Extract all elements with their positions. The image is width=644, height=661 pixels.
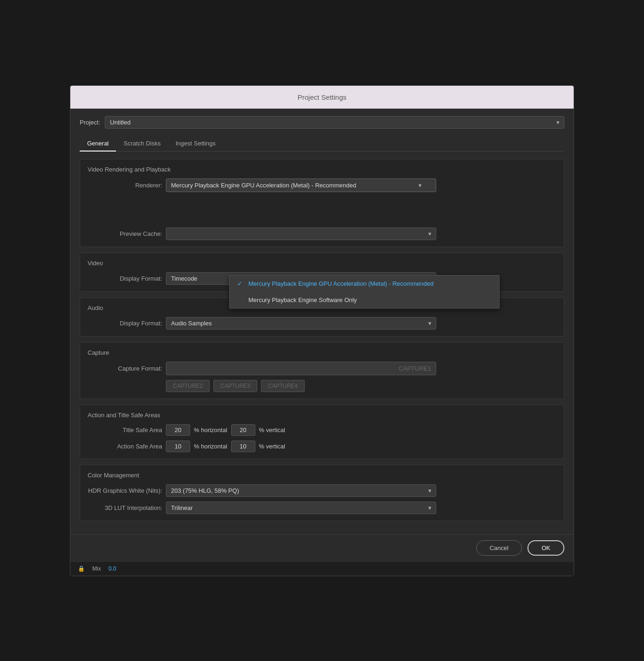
no-checkmark: [237, 296, 245, 303]
audio-display-format-select[interactable]: Audio Samples: [166, 317, 436, 330]
tabs-bar: General Scratch Disks Ingest Settings: [80, 136, 564, 151]
audio-display-format-wrapper[interactable]: Audio Samples: [166, 317, 436, 330]
bottom-bar: 🔒 Mix 0.0: [70, 561, 574, 576]
capture-title: Capture: [88, 349, 556, 356]
capture-section: Capture Capture Format: CAPTURE1 CAPTURE…: [80, 342, 564, 399]
hdr-select[interactable]: 203 (75% HLG, 58% PQ): [166, 484, 436, 497]
video-title: Video: [88, 260, 556, 267]
dropdown-option-software[interactable]: Mercury Playback Engine Software Only: [230, 292, 499, 308]
title-safe-row: Title Safe Area % horizontal % vertical: [88, 424, 556, 436]
action-safe-v-input[interactable]: [231, 441, 255, 452]
percent-vertical-label-2: % vertical: [259, 443, 285, 450]
audio-display-format-row: Display Format: Audio Samples: [88, 317, 556, 330]
color-management-title: Color Management: [88, 472, 556, 479]
dialog-footer: Cancel OK: [70, 534, 574, 561]
capture2-btn[interactable]: CAPTURE2: [166, 380, 210, 392]
color-management-section: Color Management HDR Graphics White (Nit…: [80, 465, 564, 521]
preview-cache-select[interactable]: [166, 227, 436, 240]
safe-areas-section: Action and Title Safe Areas Title Safe A…: [80, 405, 564, 459]
action-safe-label: Action Safe Area: [88, 443, 162, 450]
safe-areas-title: Action and Title Safe Areas: [88, 412, 556, 419]
preview-cache-select-wrapper[interactable]: [166, 227, 436, 240]
renderer-row: Renderer: Mercury Playback Engine GPU Ac…: [88, 179, 556, 192]
tab-scratch-disks[interactable]: Scratch Disks: [116, 136, 168, 151]
percent-horizontal-label-1: % horizontal: [194, 427, 227, 434]
dialog-body: Project: Untitled General Scratch Disks …: [70, 109, 574, 534]
project-row: Project: Untitled: [80, 116, 564, 129]
title-safe-label: Title Safe Area: [88, 427, 162, 434]
percent-horizontal-label-2: % horizontal: [194, 443, 227, 450]
renderer-selected-value: Mercury Playback Engine GPU Acceleration…: [171, 182, 356, 189]
capture-format-label: Capture Format:: [88, 365, 162, 372]
lut-select-wrapper[interactable]: Trilinear: [166, 502, 436, 514]
hdr-select-wrapper[interactable]: 203 (75% HLG, 58% PQ): [166, 484, 436, 497]
preview-cache-label: Preview Cache:: [88, 230, 162, 237]
video-display-format-label: Display Format:: [88, 275, 162, 282]
percent-vertical-label-1: % vertical: [259, 427, 285, 434]
dropdown-option-software-label: Mercury Playback Engine Software Only: [248, 296, 357, 303]
capture1-label: CAPTURE1: [399, 365, 431, 372]
capture-buttons: CAPTURE2 CAPTURE3 CAPTURE4: [166, 380, 556, 392]
action-safe-h-input[interactable]: [166, 441, 190, 452]
ok-button[interactable]: OK: [528, 540, 564, 556]
capture1-btn[interactable]: CAPTURE1: [166, 362, 436, 375]
mix-value: 0.0: [109, 565, 116, 572]
capture-format-row: Capture Format: CAPTURE1: [88, 362, 556, 375]
lock-icon: 🔒: [78, 565, 85, 572]
title-bar: Project Settings: [70, 86, 574, 109]
lut-label: 3D LUT Interpolation:: [88, 504, 162, 511]
tab-general[interactable]: General: [80, 136, 116, 151]
preview-cache-row: Preview Cache:: [88, 227, 556, 240]
cancel-button[interactable]: Cancel: [476, 540, 522, 556]
renderer-dropdown-popup: ✓ Mercury Playback Engine GPU Accelerati…: [229, 275, 500, 309]
title-safe-h-input[interactable]: [166, 424, 190, 436]
tab-ingest-settings[interactable]: Ingest Settings: [168, 136, 223, 151]
renderer-chevron-icon: ▾: [418, 182, 422, 189]
project-settings-dialog: Project Settings Project: Untitled Gener…: [70, 85, 574, 576]
video-rendering-section: Video Rendering and Playback Renderer: M…: [80, 159, 564, 247]
title-safe-v-input[interactable]: [231, 424, 255, 436]
project-select[interactable]: Untitled: [105, 116, 564, 129]
dialog-title: Project Settings: [297, 93, 346, 101]
video-rendering-title: Video Rendering and Playback: [88, 166, 556, 173]
mix-label: Mix: [92, 565, 101, 572]
dropdown-option-gpu[interactable]: ✓ Mercury Playback Engine GPU Accelerati…: [230, 275, 499, 292]
checkmark-icon: ✓: [237, 280, 245, 287]
project-select-wrapper[interactable]: Untitled: [105, 116, 564, 129]
audio-display-format-label: Display Format:: [88, 320, 162, 327]
capture4-btn[interactable]: CAPTURE4: [261, 380, 305, 392]
action-safe-row: Action Safe Area % horizontal % vertical: [88, 441, 556, 452]
lut-row: 3D LUT Interpolation: Trilinear: [88, 502, 556, 514]
project-label: Project:: [80, 119, 100, 126]
hdr-label: HDR Graphics White (Nits):: [88, 487, 162, 494]
lut-select[interactable]: Trilinear: [166, 502, 436, 514]
renderer-dropdown-btn[interactable]: Mercury Playback Engine GPU Acceleration…: [166, 179, 436, 192]
dropdown-option-gpu-label: Mercury Playback Engine GPU Acceleration…: [248, 280, 433, 287]
hdr-row: HDR Graphics White (Nits): 203 (75% HLG,…: [88, 484, 556, 497]
renderer-label: Renderer:: [88, 182, 162, 189]
capture3-btn[interactable]: CAPTURE3: [213, 380, 257, 392]
